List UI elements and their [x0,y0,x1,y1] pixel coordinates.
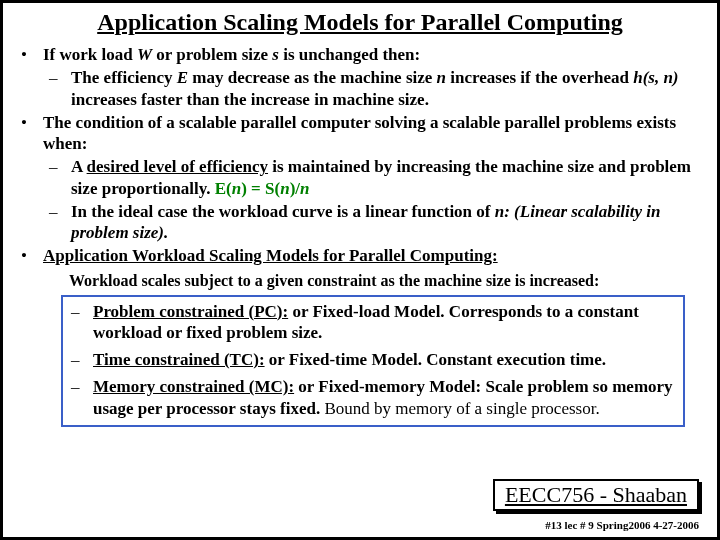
label: Time constrained (TC): [93,350,265,369]
dash: – [71,376,93,419]
scales-note: Workload scales subject to a given const… [69,271,699,291]
var-w: W [137,45,152,64]
dash: – [49,156,71,199]
var-h: h(s, n) [633,68,678,87]
bullet-dot: • [21,245,43,266]
bullet-1: • If work load W or problem size s is un… [21,44,699,65]
bullet-2-sub2-text: In the ideal case the workload curve is … [71,201,699,244]
eq-slash: )/ [290,179,300,198]
page-footer: #13 lec # 9 Spring2006 4-27-2006 [545,519,699,531]
bullet-1-sub1-text: The efficiency E may decrease as the mac… [71,67,699,110]
text: If work load [43,45,137,64]
model-mc: – Memory constrained (MC): or Fixed-memo… [71,376,675,419]
dash: – [71,301,93,344]
bullet-3: • Application Workload Scaling Models fo… [21,245,699,266]
bullet-2: • The condition of a scalable parallel c… [21,112,699,155]
label: Memory constrained (MC): [93,377,294,396]
eq-n: n [280,179,289,198]
var-n: n: [495,202,514,221]
text: In the ideal case the workload curve is … [71,202,495,221]
models-box: – Problem constrained (PC): or Fixed-loa… [61,295,685,427]
model-tc: – Time constrained (TC): or Fixed-time M… [71,349,675,370]
dash: – [49,67,71,110]
model-pc: – Problem constrained (PC): or Fixed-loa… [71,301,675,344]
bullet-dot: • [21,44,43,65]
eq-mid: ) = S( [241,179,280,198]
slide-frame: Application Scaling Models for Parallel … [0,0,720,540]
dash: – [71,349,93,370]
model-mc-text: Memory constrained (MC): or Fixed-memory… [93,376,675,419]
bullet-2-sub2: – In the ideal case the workload curve i… [49,201,699,244]
eq-e: E( [215,179,232,198]
bullet-2-sub1-text: A desired level of efficiency is maintai… [71,156,699,199]
var-n: n [437,68,446,87]
bullet-1-sub1: – The efficiency E may decrease as the m… [49,67,699,110]
var-e: E [177,68,188,87]
text: increases if the overhead [446,68,633,87]
text: The efficiency [71,68,177,87]
model-pc-text: Problem constrained (PC): or Fixed-load … [93,301,675,344]
text-note: Bound by memory of a single processor. [320,399,600,418]
slide-title: Application Scaling Models for Parallel … [15,9,705,36]
text-underline: desired level of efficiency [87,157,268,176]
bullet-3-heading: Application Workload Scaling Models for … [43,245,699,266]
var-s: s [272,45,279,64]
label: Problem constrained (PC): [93,302,288,321]
text: A [71,157,87,176]
text: may decrease as the machine size [188,68,437,87]
text: increases faster than the increase in ma… [71,90,429,109]
text: is unchanged then: [279,45,420,64]
eq-n: n [232,179,241,198]
footer-box: EECC756 - Shaaban [493,479,699,511]
bullet-dot: • [21,112,43,155]
eq-n: n [300,179,309,198]
footer-text: EECC756 - Shaaban [505,482,687,507]
bullet-1-text: If work load W or problem size s is unch… [43,44,699,65]
dash: – [49,201,71,244]
slide-content: • If work load W or problem size s is un… [21,44,699,427]
text: or problem size [152,45,272,64]
text: or Fixed-time Model. Constant execution … [265,350,607,369]
bullet-2-sub1: – A desired level of efficiency is maint… [49,156,699,199]
model-tc-text: Time constrained (TC): or Fixed-time Mod… [93,349,675,370]
bullet-2-text: The condition of a scalable parallel com… [43,112,699,155]
